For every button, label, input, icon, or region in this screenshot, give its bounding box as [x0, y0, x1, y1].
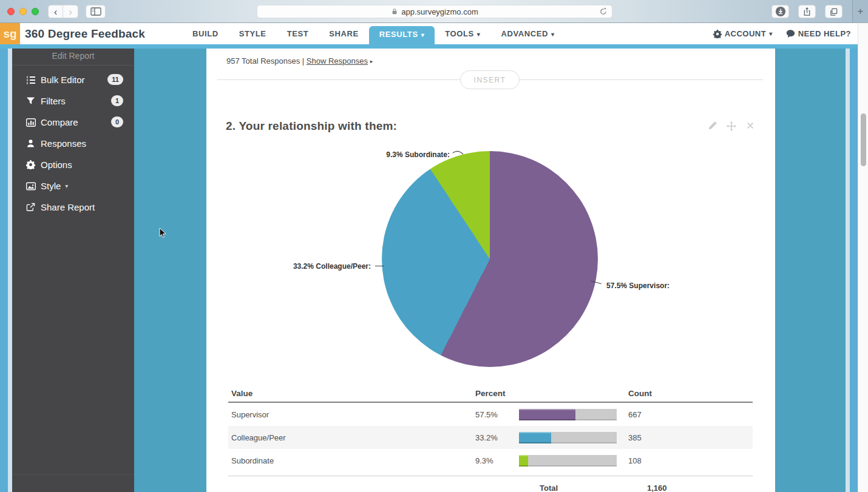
sidebar-item-style[interactable]: Style ▾: [12, 175, 134, 197]
image-icon: [25, 181, 36, 191]
close-icon: [746, 121, 754, 130]
show-responses-link[interactable]: Show Responses: [307, 56, 368, 66]
percent-bar: [519, 409, 617, 420]
right-edge-highlight: [846, 49, 850, 492]
percent-bar: [519, 432, 617, 443]
results-table: Value Percent Count Supervisor 57.5% 667…: [228, 386, 753, 492]
scrollbar-thumb[interactable]: [861, 113, 866, 166]
ordered-list-icon: [25, 75, 36, 85]
edit-question-button[interactable]: [708, 121, 717, 131]
bar-chart-icon: [25, 118, 36, 127]
delete-question-button[interactable]: [746, 121, 754, 131]
page-content: Edit Report Bulk Editor 11 Filters 1 Com…: [0, 49, 868, 492]
forward-button[interactable]: ›: [63, 5, 78, 18]
table-row: Colleague/Peer 33.2% 385: [228, 426, 753, 449]
report-card: 957 Total Responses | Show Responses ▸ I…: [206, 49, 775, 492]
downloads-button[interactable]: [771, 5, 789, 18]
pencil-icon: [708, 121, 717, 130]
percent-bar: [519, 455, 617, 467]
responses-summary: 957 Total Responses | Show Responses ▸: [226, 56, 373, 66]
total-value: 1,160: [647, 484, 667, 492]
total-label: Total: [540, 484, 558, 492]
gear-icon: [713, 30, 722, 38]
speech-bubble-icon: [786, 29, 795, 38]
nav-results[interactable]: RESULTS▾: [369, 26, 435, 47]
sidebar-title: Edit Report: [12, 49, 134, 65]
table-header: Value Percent Count: [228, 386, 753, 403]
zoom-window-button[interactable]: [32, 8, 39, 15]
tabs-icon: [829, 7, 838, 16]
need-help-link[interactable]: NEED HELP?: [786, 29, 851, 38]
caret-down-icon: ▾: [477, 31, 481, 38]
nav-tools[interactable]: TOOLS▾: [435, 23, 490, 44]
app-header: sg 360 Degree Feedback BUILD STYLE TEST …: [0, 23, 868, 44]
tab-overview-button[interactable]: [825, 5, 843, 18]
share-button[interactable]: [798, 5, 816, 18]
application-window: ‹ › app.surveygizmo.com + sg 360 Degree …: [0, 0, 868, 492]
sidebar-toggle-button[interactable]: [86, 5, 106, 18]
back-button[interactable]: ‹: [49, 5, 63, 18]
question-title: 2. Your relationship with them:: [226, 120, 397, 133]
main-nav: BUILD STYLE TEST SHARE RESULTS▾ TOOLS▾ A…: [182, 23, 565, 44]
caret-down-icon: ▾: [65, 183, 68, 189]
column-header-percent: Percent: [475, 389, 506, 398]
external-link-icon: [25, 203, 36, 212]
surveygizmo-logo[interactable]: sg: [0, 23, 20, 44]
caret-down-icon: ▾: [551, 31, 555, 38]
left-edge-highlight: [8, 49, 12, 492]
sidebar-item-options[interactable]: Options: [12, 154, 134, 175]
header-right: ACCOUNT ▾ NEED HELP?: [713, 23, 851, 44]
pie-leader-colleague: [375, 266, 384, 266]
edit-report-sidebar: Edit Report Bulk Editor 11 Filters 1 Com…: [12, 49, 134, 492]
history-nav-group: ‹ ›: [48, 5, 78, 18]
pie-label-supervisor: 57.5% Supervisor:: [606, 281, 670, 290]
browser-toolbar: ‹ › app.surveygizmo.com +: [0, 0, 868, 23]
filter-icon: [25, 96, 36, 106]
caret-down-icon: ▾: [421, 32, 425, 38]
move-question-button[interactable]: [727, 121, 736, 131]
pie-chart: [382, 151, 598, 367]
left-edge-strip: [0, 49, 8, 492]
sidebar-item-share-report[interactable]: Share Report: [12, 197, 134, 218]
nav-style[interactable]: STYLE: [229, 23, 277, 44]
sidebar-bottom-divider: [12, 474, 134, 475]
sidebar-item-responses[interactable]: Responses: [12, 133, 134, 154]
lock-icon: [391, 8, 398, 15]
move-icon: [727, 121, 736, 131]
page-scrollbar[interactable]: [858, 23, 868, 492]
nav-advanced[interactable]: ADVANCED▾: [490, 23, 565, 44]
share-icon: [802, 7, 812, 16]
count-badge: 1: [111, 95, 123, 106]
pie-label-colleague: 33.2% Colleague/Peer:: [262, 262, 371, 271]
pie-label-subordinate: 9.3% Subordinate:: [340, 150, 450, 159]
count-badge: 0: [111, 116, 123, 127]
account-menu[interactable]: ACCOUNT ▾: [713, 29, 773, 38]
caret-down-icon: ▾: [769, 30, 773, 37]
nav-share[interactable]: SHARE: [319, 23, 369, 44]
gear-icon: [25, 160, 36, 169]
new-tab-button[interactable]: +: [852, 0, 868, 23]
nav-test[interactable]: TEST: [277, 23, 319, 44]
table-total-row: Total 1,160: [228, 476, 753, 492]
sidebar-item-compare[interactable]: Compare 0: [12, 112, 134, 133]
sidebar-item-bulk-editor[interactable]: Bulk Editor 11: [12, 69, 134, 90]
column-header-value: Value: [231, 389, 253, 398]
download-icon: [775, 6, 786, 17]
user-icon: [25, 139, 36, 148]
survey-title: 360 Degree Feedback: [25, 27, 145, 41]
url-text: app.surveygizmo.com: [401, 7, 478, 16]
nav-build[interactable]: BUILD: [182, 23, 229, 44]
minimize-window-button[interactable]: [19, 8, 27, 15]
question-actions: [708, 121, 754, 131]
total-responses-text: 957 Total Responses: [226, 56, 300, 66]
address-bar[interactable]: app.surveygizmo.com: [257, 5, 612, 18]
close-window-button[interactable]: [7, 8, 15, 15]
reload-button[interactable]: [599, 7, 608, 18]
sidebar-item-filters[interactable]: Filters 1: [12, 90, 134, 112]
table-row: Subordinate 9.3% 108: [228, 449, 753, 472]
right-edge-strip: [850, 49, 858, 492]
arrow-right-icon: ▸: [370, 58, 373, 64]
count-badge: 11: [107, 74, 123, 85]
insert-button[interactable]: INSERT: [460, 70, 520, 89]
nav-accent-strip: [0, 44, 868, 49]
